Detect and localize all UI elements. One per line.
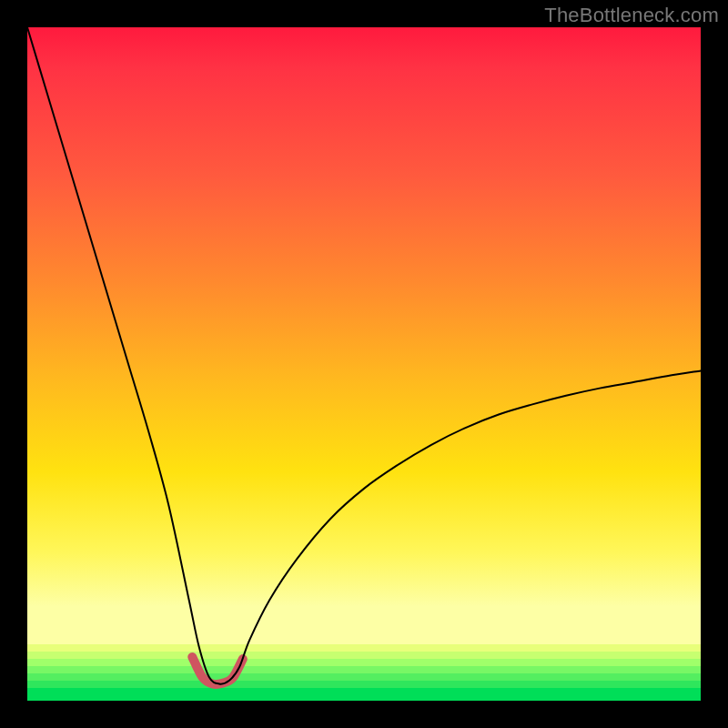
watermark-text: TheBottleneck.com	[544, 4, 719, 27]
bottleneck-curve-path	[27, 27, 701, 684]
outer-frame: TheBottleneck.com	[0, 0, 728, 728]
plot-area	[27, 27, 701, 701]
curve-svg	[27, 27, 701, 701]
trough-highlight-path	[192, 657, 242, 684]
